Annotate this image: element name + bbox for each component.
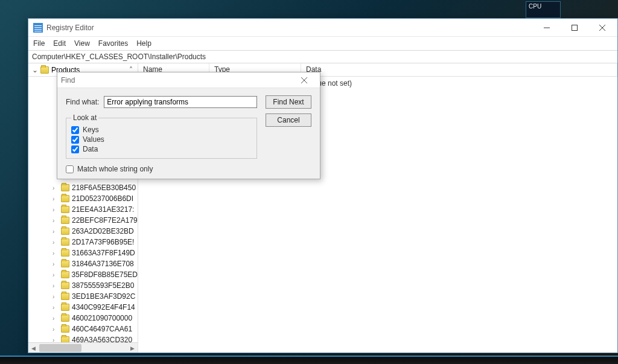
match-whole-label: Match whole string only [77, 165, 153, 173]
chevron-right-icon[interactable]: › [53, 293, 59, 300]
tree-item[interactable]: ›218F6A5EB30B450 [28, 182, 138, 193]
menu-view[interactable]: View [74, 39, 90, 48]
horizontal-scrollbar[interactable]: ◀ ▶ [28, 342, 138, 353]
tree-item[interactable]: ›31846A37136E708 [28, 258, 138, 269]
tree-item-label: 35F8DF8B85E75ED [72, 270, 138, 279]
regedit-icon [33, 23, 43, 33]
chevron-right-icon[interactable]: › [53, 337, 59, 343]
menu-help[interactable]: Help [136, 39, 151, 48]
svg-rect-0 [572, 25, 578, 30]
menu-file[interactable]: File [33, 39, 45, 48]
chevron-right-icon[interactable]: › [53, 185, 59, 191]
chevron-right-icon[interactable]: › [53, 304, 59, 311]
values-checkbox[interactable] [71, 136, 79, 144]
chevron-right-icon[interactable]: › [53, 261, 59, 267]
tree-item[interactable]: ›4340C992E4F4F14 [28, 302, 138, 313]
chevron-down-icon[interactable]: ⌄ [31, 66, 39, 74]
tree-item[interactable]: ›22BEFC8F7E2A179 [28, 215, 138, 226]
folder-icon [61, 325, 69, 333]
tree-item-label: 21D05237006B6DI [72, 194, 133, 203]
folder-icon [61, 206, 69, 213]
chevron-right-icon[interactable]: › [53, 228, 59, 235]
cell-data: (value not set) [306, 79, 613, 88]
data-checkbox[interactable] [71, 145, 79, 153]
folder-icon [40, 66, 49, 74]
chevron-right-icon[interactable]: › [53, 250, 59, 257]
close-button[interactable] [588, 19, 616, 37]
tree-item[interactable]: ›460021090700000 [28, 313, 138, 324]
cancel-button[interactable]: Cancel [266, 113, 311, 127]
folder-icon [61, 238, 69, 246]
maximize-button[interactable] [561, 19, 588, 37]
chevron-right-icon[interactable]: › [53, 196, 59, 202]
folder-icon [61, 217, 69, 224]
folder-icon [61, 336, 69, 342]
menubar: File Edit View Favorites Help [28, 37, 617, 50]
menu-edit[interactable]: Edit [53, 39, 66, 48]
chevron-right-icon[interactable]: › [53, 326, 59, 333]
tree-item-label: 2D17A73F96B95E! [72, 238, 134, 246]
tree-item[interactable]: ›35F8DF8B85E75ED [28, 269, 138, 280]
chevron-right-icon[interactable]: › [53, 315, 59, 322]
titlebar[interactable]: Registry Editor [28, 19, 617, 37]
tree-item-label: 469A3A563CD320 [72, 336, 132, 342]
folder-icon [61, 195, 69, 202]
dialog-close-button[interactable] [292, 72, 316, 88]
tree-item[interactable]: ›263A2D02BE32BD [28, 226, 138, 237]
tree-item[interactable]: ›469A3A563CD320 [28, 334, 138, 342]
menu-favorites[interactable]: Favorites [98, 39, 128, 48]
folder-icon [61, 184, 69, 191]
taskbar[interactable] [0, 356, 618, 364]
find-dialog: Find Find what: Find Next Look at Key [57, 72, 320, 179]
address-bar[interactable]: Computer\HKEY_CLASSES_ROOT\Installer\Pro… [28, 50, 617, 63]
tree-item-label: 22BEFC8F7E2A179 [72, 216, 138, 225]
chevron-right-icon[interactable]: › [53, 206, 59, 213]
tree-item[interactable]: ›3ED1BE3AF3D92C [28, 291, 138, 302]
tree-item-label: 21EE4A31AE3217: [72, 205, 134, 214]
scroll-thumb[interactable] [39, 344, 81, 352]
scroll-left-icon[interactable]: ◀ [28, 343, 39, 353]
tree-item-label: 31846A37136E708 [72, 260, 134, 268]
chevron-right-icon[interactable]: › [53, 217, 59, 224]
tree-item-label: 263A2D02BE32BD [72, 227, 134, 235]
tree-item-label: 4340C992E4F4F14 [72, 303, 135, 311]
tree-item-label: 387555593F5E2B0 [72, 281, 134, 290]
keys-label: Keys [83, 126, 99, 134]
match-whole-checkbox[interactable] [66, 165, 74, 173]
address-text: Computer\HKEY_CLASSES_ROOT\Installer\Pro… [32, 53, 206, 61]
folder-icon [61, 228, 69, 235]
cpu-widget: CPU [526, 1, 561, 18]
data-label: Data [83, 145, 98, 153]
folder-icon [61, 315, 69, 322]
tree-item[interactable]: ›2D17A73F96B95E! [28, 237, 138, 247]
cpu-label: CPU [529, 3, 558, 10]
keys-checkbox[interactable] [71, 126, 79, 134]
folder-icon [61, 249, 69, 257]
tree-item[interactable]: ›21D05237006B6DI [28, 193, 138, 204]
values-label: Values [83, 135, 104, 144]
look-at-group: Look at Keys Values Data [66, 113, 257, 159]
chevron-right-icon[interactable]: › [53, 239, 59, 246]
window-title: Registry Editor [46, 24, 94, 32]
folder-icon [61, 293, 69, 300]
folder-icon [61, 282, 69, 289]
registry-editor-window: Registry Editor File Edit View Favorites… [28, 18, 618, 353]
find-what-label: Find what: [66, 98, 99, 106]
chevron-right-icon[interactable]: › [53, 272, 59, 278]
tree-item[interactable]: ›387555593F5E2B0 [28, 280, 138, 291]
tree-item[interactable]: ›460C46497CAA61 [28, 324, 138, 334]
folder-icon [61, 260, 69, 267]
look-at-legend: Look at [71, 113, 98, 122]
tree-item[interactable]: ›31663A37F8F149D [28, 247, 138, 258]
scroll-right-icon[interactable]: ▶ [127, 343, 138, 353]
find-what-input[interactable] [104, 96, 257, 108]
find-next-button[interactable]: Find Next [266, 95, 311, 109]
tree-item-label: 31663A37F8F149D [72, 249, 135, 257]
chevron-right-icon[interactable]: › [53, 283, 59, 289]
folder-icon [61, 304, 69, 311]
minimize-button[interactable] [533, 19, 561, 37]
tree-item[interactable]: ›21EE4A31AE3217: [28, 204, 138, 215]
column-data[interactable]: Data [301, 63, 617, 76]
tree-item-label: 460021090700000 [72, 314, 132, 322]
dialog-titlebar[interactable]: Find [57, 72, 320, 88]
